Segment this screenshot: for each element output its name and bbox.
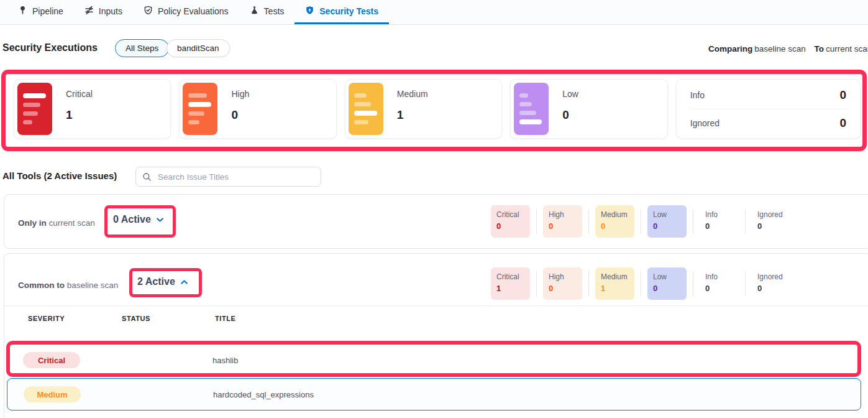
common-to-baseline-section: Common to baseline scan 2 Active Critica… (4, 253, 868, 418)
section-label: Common to baseline scan (18, 281, 118, 290)
severity-chip-row: Critical 0 High 0 Medium 0 Low 0 Info 0 … (491, 205, 791, 238)
section-label: Only in current scan (18, 218, 95, 228)
shield-check-icon (144, 6, 153, 17)
ignored-label: Ignored (690, 118, 720, 128)
chip-value: 0 (757, 221, 785, 231)
card-count: 1 (66, 108, 93, 122)
filter-label: banditScan (177, 44, 219, 53)
tab-pipeline[interactable]: Pipeline (7, 0, 74, 24)
info-count: 0 (839, 88, 846, 102)
chip-value: 0 (601, 221, 629, 231)
search-box[interactable] (135, 167, 321, 187)
chevron-up-icon (180, 278, 188, 286)
severity-badge: Medium (24, 386, 81, 402)
high-chip: High 0 (543, 267, 582, 300)
shield-icon (305, 6, 314, 17)
tab-label: Policy Evaluations (158, 6, 229, 16)
ignored-count: 0 (839, 116, 846, 130)
critical-chip: Critical 0 (491, 205, 530, 238)
chip-label: Ignored (757, 272, 785, 281)
chip-label: Critical (496, 272, 524, 281)
section-scope: baseline scan (67, 281, 119, 290)
low-summary-card[interactable]: Low 0 (510, 79, 667, 139)
tab-policy-evaluations[interactable]: Policy Evaluations (133, 0, 239, 24)
card-count: 1 (397, 108, 428, 122)
flask-icon (250, 6, 259, 17)
card-label: Medium (397, 89, 428, 99)
chip-label: Critical (496, 210, 524, 219)
section-divider (4, 305, 868, 306)
high-chip: High 0 (543, 205, 582, 238)
search-input[interactable] (157, 172, 314, 182)
chip-value: 0 (549, 221, 577, 231)
ignored-chip: Ignored 0 (752, 267, 791, 300)
chip-label: Medium (601, 210, 629, 219)
info-label: Info (690, 90, 705, 100)
section-scope: current scan (49, 218, 95, 228)
active-count-label: 0 Active (113, 214, 151, 225)
chip-label: High (549, 210, 577, 219)
tab-label: Security Tests (319, 6, 378, 16)
critical-chip: Critical 1 (491, 267, 530, 300)
active-count-dropdown[interactable]: 0 Active (113, 214, 164, 225)
issue-row-hashlib[interactable]: Critical hashlib (7, 346, 861, 374)
tab-tests[interactable]: Tests (239, 0, 295, 24)
high-summary-card[interactable]: High 0 (179, 79, 336, 139)
chip-label: Low (653, 272, 681, 281)
chip-value: 1 (496, 284, 524, 293)
card-label: Critical (66, 89, 93, 99)
critical-summary-card[interactable]: Critical 1 (14, 79, 171, 139)
chip-label: Info (705, 210, 733, 219)
tab-label: Pipeline (32, 6, 63, 16)
info-ignored-summary-card[interactable]: Info 0 Ignored 0 (676, 79, 861, 139)
medium-chip: Medium 0 (595, 205, 634, 238)
card-count: 0 (562, 108, 578, 122)
card-label: High (231, 89, 249, 99)
column-header-title: TITLE (215, 315, 236, 322)
pin-icon (18, 6, 27, 17)
comparing-to-value: current scan (826, 44, 868, 53)
medium-chip: Medium 1 (595, 267, 634, 300)
comparing-info: Comparingbaseline scan Tocurrent scan (708, 44, 868, 53)
info-row: Info 0 (690, 81, 846, 109)
chip-value: 0 (549, 284, 577, 293)
filter-label: All Steps (126, 44, 158, 53)
issue-title: hardcoded_sql_expressions (213, 390, 314, 399)
severity-chip-row: Critical 1 High 0 Medium 1 Low 0 Info 0 … (491, 267, 791, 300)
filter-banditscan[interactable]: banditScan (167, 39, 230, 57)
page-title: Security Executions (2, 42, 98, 53)
tab-label: Tests (264, 6, 285, 16)
tab-inputs[interactable]: Inputs (74, 0, 133, 24)
chip-label: Low (653, 210, 681, 219)
tab-security-tests[interactable]: Security Tests (295, 0, 389, 24)
sliders-icon (85, 6, 94, 17)
card-label: Low (562, 89, 578, 99)
tab-label: Inputs (99, 6, 122, 16)
comparing-to-label: To (815, 44, 825, 53)
info-chip: Info 0 (700, 267, 739, 300)
issue-row-hardcoded-sql-expressions[interactable]: Medium hardcoded_sql_expressions (7, 378, 861, 411)
only-in-current-scan-section: Only in current scan 0 Active Critical 0… (4, 194, 868, 249)
filter-all-steps[interactable]: All Steps (115, 39, 169, 57)
section-prefix: Only in (18, 218, 47, 228)
chevron-down-icon (156, 216, 164, 224)
critical-severity-icon (17, 83, 52, 135)
chip-label: Info (705, 272, 733, 281)
medium-severity-icon (349, 83, 383, 135)
card-count: 0 (231, 108, 249, 122)
search-icon (142, 172, 152, 182)
active-count-label: 2 Active (137, 276, 175, 287)
active-count-dropdown[interactable]: 2 Active (137, 276, 188, 287)
chip-label: High (549, 272, 577, 281)
all-tools-heading: All Tools (2 Active Issues) (2, 170, 117, 181)
comparing-label: Comparing (708, 44, 752, 53)
low-severity-icon (514, 83, 549, 135)
severity-badge: Critical (23, 352, 80, 368)
column-header-severity: SEVERITY (28, 315, 65, 322)
chip-value: 0 (653, 221, 681, 231)
info-chip: Info 0 (700, 205, 739, 238)
chip-value: 0 (496, 221, 524, 231)
chip-value: 0 (705, 221, 733, 231)
chip-value: 1 (601, 284, 629, 293)
medium-summary-card[interactable]: Medium 1 (345, 79, 502, 139)
